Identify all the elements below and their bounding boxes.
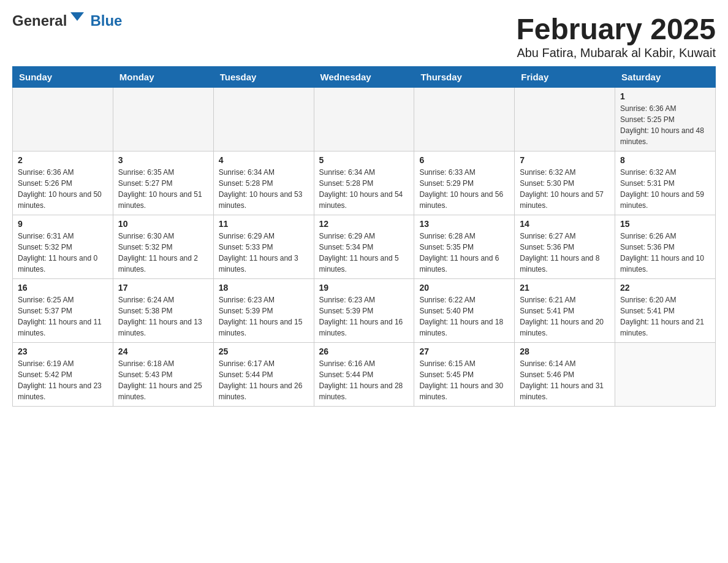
- page-header: General Blue February 2025 Abu Fatira, M…: [12, 12, 716, 60]
- day-info: Sunrise: 6:23 AMSunset: 5:39 PMDaylight:…: [319, 294, 409, 339]
- day-info: Sunrise: 6:31 AMSunset: 5:32 PMDaylight:…: [18, 231, 108, 275]
- table-row: 21 Sunrise: 6:21 AMSunset: 5:41 PMDaylig…: [515, 279, 615, 343]
- header-tuesday: Tuesday: [213, 67, 314, 88]
- day-number: 13: [419, 219, 509, 229]
- table-row: [314, 88, 414, 151]
- day-number: 25: [219, 347, 309, 356]
- day-info: Sunrise: 6:29 AMSunset: 5:34 PMDaylight:…: [319, 231, 409, 275]
- table-row: 26 Sunrise: 6:16 AMSunset: 5:44 PMDaylig…: [314, 343, 414, 407]
- day-number: 23: [18, 347, 108, 356]
- day-info: Sunrise: 6:20 AMSunset: 5:41 PMDaylight:…: [620, 294, 710, 339]
- day-info: Sunrise: 6:22 AMSunset: 5:40 PMDaylight:…: [419, 294, 509, 339]
- table-row: 1 Sunrise: 6:36 AMSunset: 5:25 PMDayligh…: [615, 88, 716, 151]
- logo-triangle-icon: [70, 12, 84, 29]
- day-info: Sunrise: 6:17 AMSunset: 5:44 PMDaylight:…: [219, 358, 309, 402]
- day-number: 5: [319, 155, 409, 165]
- day-info: Sunrise: 6:21 AMSunset: 5:41 PMDaylight:…: [520, 294, 610, 339]
- table-row: 7 Sunrise: 6:32 AMSunset: 5:30 PMDayligh…: [515, 151, 615, 215]
- table-row: 14 Sunrise: 6:27 AMSunset: 5:36 PMDaylig…: [515, 215, 615, 279]
- header-monday: Monday: [113, 67, 213, 88]
- day-number: 20: [419, 283, 509, 293]
- day-info: Sunrise: 6:14 AMSunset: 5:46 PMDaylight:…: [520, 358, 610, 402]
- day-info: Sunrise: 6:36 AMSunset: 5:25 PMDaylight:…: [620, 103, 710, 147]
- table-row: 25 Sunrise: 6:17 AMSunset: 5:44 PMDaylig…: [213, 343, 314, 407]
- title-block: February 2025 Abu Fatira, Mubarak al Kab…: [516, 12, 716, 60]
- header-saturday: Saturday: [615, 67, 716, 88]
- day-info: Sunrise: 6:30 AMSunset: 5:32 PMDaylight:…: [118, 231, 208, 275]
- day-number: 12: [319, 219, 409, 229]
- day-number: 19: [319, 283, 409, 293]
- logo-general-text: General: [12, 12, 67, 29]
- calendar-table: Sunday Monday Tuesday Wednesday Thursday…: [12, 66, 716, 407]
- table-row: 3 Sunrise: 6:35 AMSunset: 5:27 PMDayligh…: [113, 151, 213, 215]
- day-number: 11: [219, 219, 309, 229]
- logo-blue-text: Blue: [90, 12, 122, 29]
- table-row: 10 Sunrise: 6:30 AMSunset: 5:32 PMDaylig…: [113, 215, 213, 279]
- table-row: [113, 88, 213, 151]
- day-number: 3: [118, 155, 208, 165]
- day-number: 17: [118, 283, 208, 293]
- svg-marker-0: [70, 12, 84, 21]
- table-row: 6 Sunrise: 6:33 AMSunset: 5:29 PMDayligh…: [414, 151, 515, 215]
- table-row: 23 Sunrise: 6:19 AMSunset: 5:42 PMDaylig…: [13, 343, 113, 407]
- day-number: 28: [520, 347, 610, 356]
- day-number: 22: [620, 283, 710, 293]
- table-row: 13 Sunrise: 6:28 AMSunset: 5:35 PMDaylig…: [414, 215, 515, 279]
- table-row: [414, 88, 515, 151]
- calendar-header-row: Sunday Monday Tuesday Wednesday Thursday…: [13, 67, 716, 88]
- header-sunday: Sunday: [13, 67, 113, 88]
- page-subtitle: Abu Fatira, Mubarak al Kabir, Kuwait: [516, 46, 716, 60]
- day-number: 10: [118, 219, 208, 229]
- table-row: 5 Sunrise: 6:34 AMSunset: 5:28 PMDayligh…: [314, 151, 414, 215]
- day-number: 26: [319, 347, 409, 356]
- table-row: [615, 343, 716, 407]
- day-number: 8: [620, 155, 710, 165]
- table-row: 17 Sunrise: 6:24 AMSunset: 5:38 PMDaylig…: [113, 279, 213, 343]
- day-info: Sunrise: 6:27 AMSunset: 5:36 PMDaylight:…: [520, 231, 610, 275]
- calendar-week-row: 9 Sunrise: 6:31 AMSunset: 5:32 PMDayligh…: [13, 215, 716, 279]
- day-info: Sunrise: 6:33 AMSunset: 5:29 PMDaylight:…: [419, 167, 509, 211]
- day-number: 14: [520, 219, 610, 229]
- table-row: [213, 88, 314, 151]
- page-title: February 2025: [516, 12, 716, 46]
- day-info: Sunrise: 6:26 AMSunset: 5:36 PMDaylight:…: [620, 231, 710, 275]
- logo: General Blue: [12, 12, 122, 29]
- day-info: Sunrise: 6:34 AMSunset: 5:28 PMDaylight:…: [319, 167, 409, 211]
- day-info: Sunrise: 6:28 AMSunset: 5:35 PMDaylight:…: [419, 231, 509, 275]
- table-row: 4 Sunrise: 6:34 AMSunset: 5:28 PMDayligh…: [213, 151, 314, 215]
- day-number: 6: [419, 155, 509, 165]
- day-info: Sunrise: 6:29 AMSunset: 5:33 PMDaylight:…: [219, 231, 309, 275]
- table-row: 19 Sunrise: 6:23 AMSunset: 5:39 PMDaylig…: [314, 279, 414, 343]
- day-info: Sunrise: 6:35 AMSunset: 5:27 PMDaylight:…: [118, 167, 208, 211]
- day-number: 15: [620, 219, 710, 229]
- day-info: Sunrise: 6:19 AMSunset: 5:42 PMDaylight:…: [18, 358, 108, 402]
- day-number: 7: [520, 155, 610, 165]
- table-row: 28 Sunrise: 6:14 AMSunset: 5:46 PMDaylig…: [515, 343, 615, 407]
- table-row: [515, 88, 615, 151]
- day-info: Sunrise: 6:23 AMSunset: 5:39 PMDaylight:…: [219, 294, 309, 339]
- table-row: 22 Sunrise: 6:20 AMSunset: 5:41 PMDaylig…: [615, 279, 716, 343]
- day-number: 18: [219, 283, 309, 293]
- day-number: 4: [219, 155, 309, 165]
- day-info: Sunrise: 6:18 AMSunset: 5:43 PMDaylight:…: [118, 358, 208, 402]
- day-info: Sunrise: 6:24 AMSunset: 5:38 PMDaylight:…: [118, 294, 208, 339]
- day-info: Sunrise: 6:34 AMSunset: 5:28 PMDaylight:…: [219, 167, 309, 211]
- header-wednesday: Wednesday: [314, 67, 414, 88]
- day-number: 2: [18, 155, 108, 165]
- table-row: 2 Sunrise: 6:36 AMSunset: 5:26 PMDayligh…: [13, 151, 113, 215]
- table-row: 18 Sunrise: 6:23 AMSunset: 5:39 PMDaylig…: [213, 279, 314, 343]
- calendar-week-row: 23 Sunrise: 6:19 AMSunset: 5:42 PMDaylig…: [13, 343, 716, 407]
- day-number: 9: [18, 219, 108, 229]
- calendar-week-row: 2 Sunrise: 6:36 AMSunset: 5:26 PMDayligh…: [13, 151, 716, 215]
- day-number: 21: [520, 283, 610, 293]
- table-row: [13, 88, 113, 151]
- table-row: 9 Sunrise: 6:31 AMSunset: 5:32 PMDayligh…: [13, 215, 113, 279]
- day-number: 24: [118, 347, 208, 356]
- day-info: Sunrise: 6:25 AMSunset: 5:37 PMDaylight:…: [18, 294, 108, 339]
- day-info: Sunrise: 6:15 AMSunset: 5:45 PMDaylight:…: [419, 358, 509, 402]
- day-info: Sunrise: 6:32 AMSunset: 5:30 PMDaylight:…: [520, 167, 610, 211]
- day-info: Sunrise: 6:32 AMSunset: 5:31 PMDaylight:…: [620, 167, 710, 211]
- table-row: 15 Sunrise: 6:26 AMSunset: 5:36 PMDaylig…: [615, 215, 716, 279]
- day-number: 16: [18, 283, 108, 293]
- day-info: Sunrise: 6:16 AMSunset: 5:44 PMDaylight:…: [319, 358, 409, 402]
